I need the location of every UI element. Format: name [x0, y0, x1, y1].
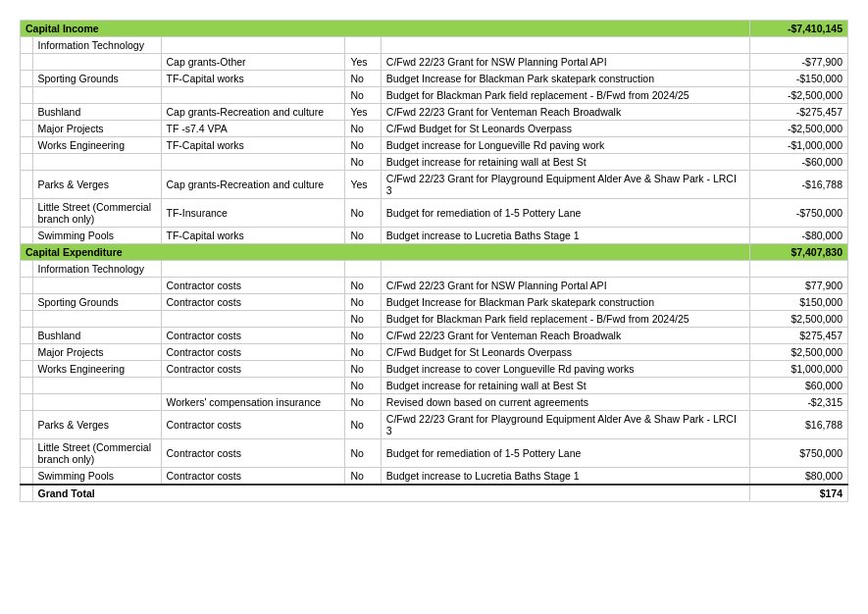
info-tech-label: Information Technology [32, 37, 161, 54]
capital-income-amount: -$7,410,145 [749, 21, 847, 37]
capital-income-header: Capital Income -$7,410,145 [21, 21, 848, 37]
capital-expenditure-header: Capital Expenditure $7,407,830 [21, 244, 848, 261]
cell-yesno: Yes [345, 54, 381, 71]
table-row: Sporting Grounds Contractor costs No Bud… [21, 294, 848, 311]
table-row: Workers' compensation insurance No Revis… [21, 394, 848, 411]
sporting-grounds-label: Sporting Grounds [32, 71, 161, 87]
table-row: Works Engineering Contractor costs No Bu… [21, 361, 848, 378]
table-row: Major Projects Contractor costs No C/Fwd… [21, 344, 848, 361]
table-row: Sporting Grounds TF-Capital works No Bud… [21, 71, 848, 87]
table-row: No Budget increase for retaining wall at… [21, 154, 848, 171]
cell-desc: C/Fwd 22/23 Grant for NSW Planning Porta… [381, 54, 749, 71]
grand-total-amount: $174 [749, 485, 847, 502]
cell-col3: Cap grants-Other [161, 54, 345, 71]
table-row: Bushland Contractor costs No C/Fwd 22/23… [21, 328, 848, 344]
grand-total-row: Grand Total $174 [21, 485, 848, 502]
table-row: No Budget for Blackman Park field replac… [21, 87, 848, 104]
main-table: Capital Income -$7,410,145 Information T… [20, 20, 848, 502]
table-row: Swimming Pools TF-Capital works No Budge… [21, 228, 848, 244]
table-row: Swimming Pools Contractor costs No Budge… [21, 468, 848, 486]
grand-total-label: Grand Total [32, 485, 749, 502]
table-row: Cap grants-Other Yes C/Fwd 22/23 Grant f… [21, 54, 848, 71]
table-row: No Budget for Blackman Park field replac… [21, 311, 848, 328]
table-row: Bushland Cap grants-Recreation and cultu… [21, 104, 848, 121]
table-row: Contractor costs No C/Fwd 22/23 Grant fo… [21, 278, 848, 294]
table-row: Little Street (Commercial branch only) C… [21, 439, 848, 468]
info-tech-subheader: Information Technology [21, 37, 848, 54]
table-row: Parks & Verges Contractor costs No C/Fwd… [21, 411, 848, 439]
table-row: Works Engineering TF-Capital works No Bu… [21, 137, 848, 154]
capital-expenditure-amount: $7,407,830 [749, 244, 847, 261]
table-row: No Budget increase for retaining wall at… [21, 378, 848, 394]
cell-amount: -$77,900 [749, 54, 847, 71]
capital-income-label: Capital Income [21, 21, 750, 37]
capital-expenditure-label: Capital Expenditure [21, 244, 750, 261]
page-container: Capital Income -$7,410,145 Information T… [20, 20, 848, 502]
table-row: Parks & Verges Cap grants-Recreation and… [21, 171, 848, 199]
table-row: Little Street (Commercial branch only) T… [21, 199, 848, 228]
table-row: Major Projects TF -s7.4 VPA No C/Fwd Bud… [21, 121, 848, 137]
info-tech-subheader-2: Information Technology [21, 261, 848, 278]
